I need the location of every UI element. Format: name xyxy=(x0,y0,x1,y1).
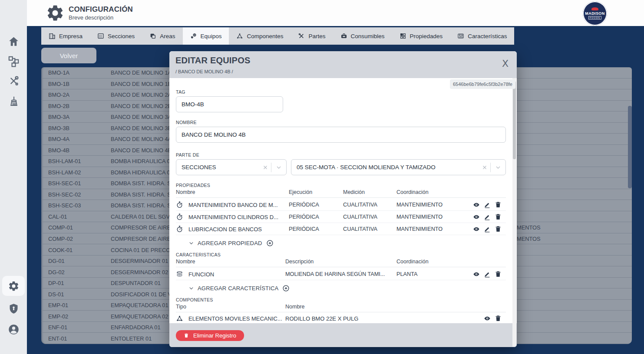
sidebar-item-profile[interactable] xyxy=(0,320,27,339)
propiedad-row[interactable]: MANTENIMIENTO CILINDROS D... PERIÓDICA C… xyxy=(176,211,506,223)
chevron-down-icon[interactable] xyxy=(491,165,505,170)
tab-label: Areas xyxy=(160,33,175,39)
table-scrollbar-thumb[interactable] xyxy=(628,106,632,188)
propiedad-row[interactable]: LUBRICACION DE BANCOS PERIÓDICA CUALITAT… xyxy=(176,223,506,235)
equipment-tag: BMO-3B xyxy=(48,125,69,131)
propiedad-ejecucion: PERIÓDICA xyxy=(289,202,319,208)
tab-propiedades[interactable]: Propiedades xyxy=(392,27,450,45)
tab-caracteristicas[interactable]: Características xyxy=(450,27,514,45)
back-button[interactable]: Volver xyxy=(41,48,96,63)
equipment-tag: BMO-1A xyxy=(48,69,69,76)
delete-record-label: Eliminar Registro xyxy=(193,332,236,339)
equipment-tag: BSH-SEC-01 xyxy=(48,180,81,187)
sidebar-item-security[interactable] xyxy=(0,299,27,318)
edit-icon[interactable] xyxy=(484,226,491,233)
edit-icon[interactable] xyxy=(484,271,491,278)
sidebar-item-home[interactable] xyxy=(0,32,27,51)
equipment-tag: BSH-LAM-01 xyxy=(48,158,81,164)
clear-icon[interactable] xyxy=(479,165,490,170)
add-propiedad-button[interactable]: AGREGAR PROPIEDAD xyxy=(189,238,274,248)
tag-label: TAG xyxy=(176,89,185,95)
toolbox-icon xyxy=(340,33,347,39)
view-icon[interactable] xyxy=(473,201,480,208)
equipment-name: BANCO DE MOLINO 4B xyxy=(111,147,172,153)
componentes-section-label: COMPONENTES xyxy=(176,297,213,302)
view-icon[interactable] xyxy=(473,213,480,220)
modal-breadcrumb: / BANCO DE MOLINO 4B / xyxy=(175,69,233,74)
sidebar-item-tools[interactable] xyxy=(0,71,27,90)
componente-row[interactable]: ELEMENTOS MOVILES MECANIC... RODILLO BMO… xyxy=(176,312,506,324)
caracteristica-coordinacion: PLANTA xyxy=(396,271,417,277)
edit-equipment-modal: EDITAR EQUIPOS / BANCO DE MOLINO 4B / X … xyxy=(169,51,517,347)
equipment-tag: DG-01 xyxy=(48,258,65,264)
view-icon[interactable] xyxy=(473,271,480,278)
equipment-name: DESGERMINADOR 02 xyxy=(111,269,168,275)
equipment-tag: BMO-2A xyxy=(48,92,69,98)
tab-areas[interactable]: Areas xyxy=(142,27,182,45)
equipment-tag: BSH-SEC-02 xyxy=(48,191,81,197)
delete-icon[interactable] xyxy=(495,315,502,322)
sidebar-item-settings[interactable] xyxy=(0,276,27,295)
parte-de-valor-select[interactable]: 05 SEC-MOTA · SECCION MOLIENDA Y TAMIZAD… xyxy=(291,159,506,175)
view-icon[interactable] xyxy=(473,226,480,233)
add-caracteristica-label: AGREGAR CARACTERÍSTICA xyxy=(198,285,278,292)
equipment-tag: DS-01 xyxy=(48,291,64,297)
add-caracteristica-button[interactable]: AGREGAR CARACTERÍSTICA xyxy=(189,283,290,293)
equipment-tag: BMO-4A xyxy=(48,136,69,142)
clear-icon[interactable] xyxy=(260,165,271,170)
propiedad-nombre: MANTENIMIENTO BANCO DE M... xyxy=(188,201,278,208)
parte-de-tipo-select[interactable]: SECCIONES xyxy=(176,159,287,175)
modal-scrollbar-thumb[interactable] xyxy=(513,81,516,159)
componente-nombre: RODILLO BMO 22E X PULG xyxy=(285,315,358,322)
edit-icon[interactable] xyxy=(484,213,491,220)
brand-sub: FOODS xyxy=(588,16,602,20)
tab-componentes[interactable]: Componentes xyxy=(229,27,291,45)
equipment-name: BOMBA HIDRAULICA 02 xyxy=(111,169,173,175)
chevron-down-icon xyxy=(189,286,194,291)
propiedad-row[interactable]: MANTENIMIENTO BANCO DE M... PERIÓDICA CU… xyxy=(176,199,506,211)
equipment-tag: BSH-LAM-02 xyxy=(48,169,81,175)
column-header: Medición xyxy=(343,189,365,195)
abacus-icon xyxy=(457,33,464,39)
tab-empresa[interactable]: Empresa xyxy=(41,27,90,45)
equipment-name: BANCO DE MOLINO 3B xyxy=(111,125,172,131)
parte-de-label: PARTE DE xyxy=(176,152,199,157)
squares-icon xyxy=(400,33,406,39)
column-header: Tipo xyxy=(176,304,186,310)
brand-hat-shape xyxy=(591,7,598,10)
tab-secciones[interactable]: Secciones xyxy=(90,27,142,45)
tab-label: Componentes xyxy=(247,33,283,39)
delete-icon[interactable] xyxy=(495,213,502,220)
tag-input[interactable] xyxy=(176,96,283,112)
propiedad-medicion: CUALITATIVA xyxy=(343,226,377,232)
equipment-name: BOMBA SIST. HIDRA. S xyxy=(111,202,171,209)
delete-icon[interactable] xyxy=(495,271,502,278)
nombre-input[interactable] xyxy=(176,127,506,143)
tab-label: Empresa xyxy=(59,33,83,39)
equipment-name: BOMBA SIST. HIDRA. S xyxy=(111,191,171,197)
equipment-tag: BMO-2B xyxy=(48,102,69,109)
tab-consumibles[interactable]: Consumibles xyxy=(333,27,392,45)
close-icon[interactable]: X xyxy=(502,58,509,69)
delete-record-button[interactable]: Eliminar Registro xyxy=(176,330,244,341)
delete-icon[interactable] xyxy=(495,201,502,208)
tab-label: Partes xyxy=(308,33,325,39)
delete-icon[interactable] xyxy=(495,226,502,233)
modal-scrollbar-track[interactable] xyxy=(512,78,516,347)
tab-equipos[interactable]: Equipos xyxy=(183,27,229,45)
edit-icon[interactable] xyxy=(484,201,491,208)
equipment-name: ENTOLETER 01 xyxy=(111,335,152,341)
crossed-tools-icon xyxy=(298,33,305,39)
sidebar-item-hierarchy[interactable] xyxy=(0,52,27,71)
brand-name: MADISON xyxy=(585,11,604,16)
column-header: Nombre xyxy=(176,189,195,195)
caracteristica-row[interactable]: FUNCION MOLIENDA DE HARINA SEGÚN TAMI...… xyxy=(176,268,506,280)
view-icon[interactable] xyxy=(484,315,491,322)
chevron-down-icon[interactable] xyxy=(271,165,286,170)
tools-icon xyxy=(8,75,20,87)
equipment-tag: BSH-SEC-03 xyxy=(48,202,81,209)
propiedad-medicion: CUALITATIVA xyxy=(343,214,377,220)
column-header: Nombre xyxy=(285,304,304,310)
sidebar-item-clean[interactable] xyxy=(0,92,27,111)
tab-partes[interactable]: Partes xyxy=(291,27,333,45)
